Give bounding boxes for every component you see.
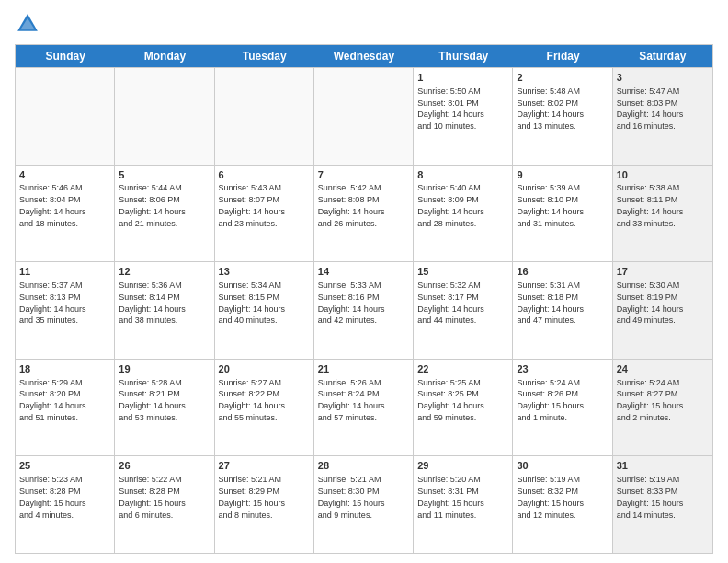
day-info: Sunrise: 5:31 AM Sunset: 8:18 PM Dayligh… bbox=[517, 281, 584, 325]
day-number: 1 bbox=[417, 71, 508, 85]
day-info: Sunrise: 5:40 AM Sunset: 8:09 PM Dayligh… bbox=[417, 183, 484, 227]
day-info: Sunrise: 5:44 AM Sunset: 8:06 PM Dayligh… bbox=[119, 183, 186, 227]
day-info: Sunrise: 5:20 AM Sunset: 8:31 PM Dayligh… bbox=[417, 475, 484, 519]
calendar-week-5: 25Sunrise: 5:23 AM Sunset: 8:28 PM Dayli… bbox=[16, 455, 712, 553]
calendar-cell: 28Sunrise: 5:21 AM Sunset: 8:30 PM Dayli… bbox=[314, 456, 414, 553]
calendar-cell: 7Sunrise: 5:42 AM Sunset: 8:08 PM Daylig… bbox=[314, 166, 414, 262]
day-header-tuesday: Tuesday bbox=[215, 45, 314, 67]
day-header-monday: Monday bbox=[115, 45, 214, 67]
day-number: 10 bbox=[617, 168, 709, 182]
calendar-cell: 8Sunrise: 5:40 AM Sunset: 8:09 PM Daylig… bbox=[414, 166, 513, 262]
calendar-header: SundayMondayTuesdayWednesdayThursdayFrid… bbox=[16, 45, 712, 67]
day-number: 17 bbox=[617, 265, 709, 279]
calendar-cell: 5Sunrise: 5:44 AM Sunset: 8:06 PM Daylig… bbox=[115, 166, 214, 262]
day-number: 14 bbox=[318, 265, 409, 279]
day-info: Sunrise: 5:27 AM Sunset: 8:22 PM Dayligh… bbox=[219, 378, 286, 422]
calendar-cell: 25Sunrise: 5:23 AM Sunset: 8:28 PM Dayli… bbox=[16, 456, 115, 553]
calendar-cell: 16Sunrise: 5:31 AM Sunset: 8:18 PM Dayli… bbox=[513, 262, 612, 359]
day-number: 30 bbox=[517, 459, 608, 473]
calendar-cell: 3Sunrise: 5:47 AM Sunset: 8:03 PM Daylig… bbox=[613, 68, 712, 165]
calendar-cell: 15Sunrise: 5:32 AM Sunset: 8:17 PM Dayli… bbox=[414, 262, 513, 359]
day-number: 27 bbox=[219, 459, 310, 473]
day-number: 29 bbox=[417, 459, 508, 473]
day-info: Sunrise: 5:19 AM Sunset: 8:33 PM Dayligh… bbox=[617, 475, 684, 519]
day-info: Sunrise: 5:23 AM Sunset: 8:28 PM Dayligh… bbox=[19, 475, 86, 519]
day-info: Sunrise: 5:43 AM Sunset: 8:07 PM Dayligh… bbox=[219, 183, 286, 227]
day-header-sunday: Sunday bbox=[16, 45, 115, 67]
header bbox=[15, 11, 713, 37]
calendar: SundayMondayTuesdayWednesdayThursdayFrid… bbox=[15, 44, 713, 554]
day-info: Sunrise: 5:37 AM Sunset: 8:13 PM Dayligh… bbox=[19, 281, 86, 325]
calendar-cell: 1Sunrise: 5:50 AM Sunset: 8:01 PM Daylig… bbox=[414, 68, 513, 165]
day-info: Sunrise: 5:38 AM Sunset: 8:11 PM Dayligh… bbox=[617, 183, 684, 227]
day-info: Sunrise: 5:24 AM Sunset: 8:26 PM Dayligh… bbox=[517, 378, 584, 422]
day-info: Sunrise: 5:42 AM Sunset: 8:08 PM Dayligh… bbox=[318, 183, 385, 227]
day-number: 25 bbox=[19, 459, 110, 473]
day-number: 12 bbox=[119, 265, 210, 279]
day-number: 19 bbox=[119, 362, 210, 376]
calendar-cell: 21Sunrise: 5:26 AM Sunset: 8:24 PM Dayli… bbox=[314, 360, 414, 456]
calendar-cell: 11Sunrise: 5:37 AM Sunset: 8:13 PM Dayli… bbox=[16, 262, 115, 359]
day-info: Sunrise: 5:39 AM Sunset: 8:10 PM Dayligh… bbox=[517, 183, 584, 227]
calendar-cell: 18Sunrise: 5:29 AM Sunset: 8:20 PM Dayli… bbox=[16, 360, 115, 456]
calendar-cell: 4Sunrise: 5:46 AM Sunset: 8:04 PM Daylig… bbox=[16, 166, 115, 262]
day-info: Sunrise: 5:29 AM Sunset: 8:20 PM Dayligh… bbox=[19, 378, 86, 422]
day-number: 31 bbox=[617, 459, 709, 473]
day-header-friday: Friday bbox=[513, 45, 612, 67]
day-info: Sunrise: 5:33 AM Sunset: 8:16 PM Dayligh… bbox=[318, 281, 385, 325]
calendar-week-4: 18Sunrise: 5:29 AM Sunset: 8:20 PM Dayli… bbox=[16, 359, 712, 456]
calendar-cell: 29Sunrise: 5:20 AM Sunset: 8:31 PM Dayli… bbox=[414, 456, 513, 553]
calendar-cell: 10Sunrise: 5:38 AM Sunset: 8:11 PM Dayli… bbox=[613, 166, 712, 262]
day-number: 28 bbox=[318, 459, 409, 473]
day-number: 18 bbox=[19, 362, 110, 376]
calendar-cell bbox=[314, 68, 414, 165]
day-number: 11 bbox=[19, 265, 110, 279]
calendar-cell: 31Sunrise: 5:19 AM Sunset: 8:33 PM Dayli… bbox=[613, 456, 712, 553]
day-info: Sunrise: 5:19 AM Sunset: 8:32 PM Dayligh… bbox=[517, 475, 584, 519]
day-info: Sunrise: 5:22 AM Sunset: 8:28 PM Dayligh… bbox=[119, 475, 186, 519]
day-number: 13 bbox=[219, 265, 310, 279]
day-header-wednesday: Wednesday bbox=[314, 45, 414, 67]
day-info: Sunrise: 5:50 AM Sunset: 8:01 PM Dayligh… bbox=[417, 86, 484, 131]
day-header-thursday: Thursday bbox=[414, 45, 513, 67]
day-number: 16 bbox=[517, 265, 608, 279]
day-info: Sunrise: 5:21 AM Sunset: 8:29 PM Dayligh… bbox=[219, 475, 286, 519]
day-info: Sunrise: 5:28 AM Sunset: 8:21 PM Dayligh… bbox=[119, 378, 186, 422]
day-info: Sunrise: 5:46 AM Sunset: 8:04 PM Dayligh… bbox=[19, 183, 86, 227]
calendar-cell: 19Sunrise: 5:28 AM Sunset: 8:21 PM Dayli… bbox=[115, 360, 214, 456]
calendar-body: 1Sunrise: 5:50 AM Sunset: 8:01 PM Daylig… bbox=[16, 67, 712, 553]
day-number: 26 bbox=[119, 459, 210, 473]
calendar-cell: 26Sunrise: 5:22 AM Sunset: 8:28 PM Dayli… bbox=[115, 456, 214, 553]
day-number: 15 bbox=[417, 265, 508, 279]
calendar-cell: 27Sunrise: 5:21 AM Sunset: 8:29 PM Dayli… bbox=[215, 456, 314, 553]
calendar-cell bbox=[215, 68, 314, 165]
day-number: 8 bbox=[417, 168, 508, 182]
calendar-cell: 14Sunrise: 5:33 AM Sunset: 8:16 PM Dayli… bbox=[314, 262, 414, 359]
calendar-cell: 9Sunrise: 5:39 AM Sunset: 8:10 PM Daylig… bbox=[513, 166, 612, 262]
calendar-cell bbox=[115, 68, 214, 165]
calendar-cell: 20Sunrise: 5:27 AM Sunset: 8:22 PM Dayli… bbox=[215, 360, 314, 456]
day-info: Sunrise: 5:25 AM Sunset: 8:25 PM Dayligh… bbox=[417, 378, 484, 422]
calendar-cell: 22Sunrise: 5:25 AM Sunset: 8:25 PM Dayli… bbox=[414, 360, 513, 456]
calendar-cell: 13Sunrise: 5:34 AM Sunset: 8:15 PM Dayli… bbox=[215, 262, 314, 359]
day-number: 23 bbox=[517, 362, 608, 376]
calendar-week-1: 1Sunrise: 5:50 AM Sunset: 8:01 PM Daylig… bbox=[16, 67, 712, 165]
day-info: Sunrise: 5:36 AM Sunset: 8:14 PM Dayligh… bbox=[119, 281, 186, 325]
day-number: 24 bbox=[617, 362, 709, 376]
day-info: Sunrise: 5:48 AM Sunset: 8:02 PM Dayligh… bbox=[517, 86, 584, 131]
calendar-cell: 24Sunrise: 5:24 AM Sunset: 8:27 PM Dayli… bbox=[613, 360, 712, 456]
logo-icon bbox=[15, 11, 40, 37]
day-number: 2 bbox=[517, 71, 608, 85]
calendar-week-2: 4Sunrise: 5:46 AM Sunset: 8:04 PM Daylig… bbox=[16, 165, 712, 262]
day-number: 20 bbox=[219, 362, 310, 376]
calendar-week-3: 11Sunrise: 5:37 AM Sunset: 8:13 PM Dayli… bbox=[16, 261, 712, 359]
calendar-cell: 23Sunrise: 5:24 AM Sunset: 8:26 PM Dayli… bbox=[513, 360, 612, 456]
calendar-cell: 12Sunrise: 5:36 AM Sunset: 8:14 PM Dayli… bbox=[115, 262, 214, 359]
day-number: 4 bbox=[19, 168, 110, 182]
day-info: Sunrise: 5:32 AM Sunset: 8:17 PM Dayligh… bbox=[417, 281, 484, 325]
day-number: 3 bbox=[617, 71, 709, 85]
calendar-cell bbox=[16, 68, 115, 165]
day-number: 6 bbox=[219, 168, 310, 182]
page: SundayMondayTuesdayWednesdayThursdayFrid… bbox=[0, 0, 728, 563]
day-number: 9 bbox=[517, 168, 608, 182]
